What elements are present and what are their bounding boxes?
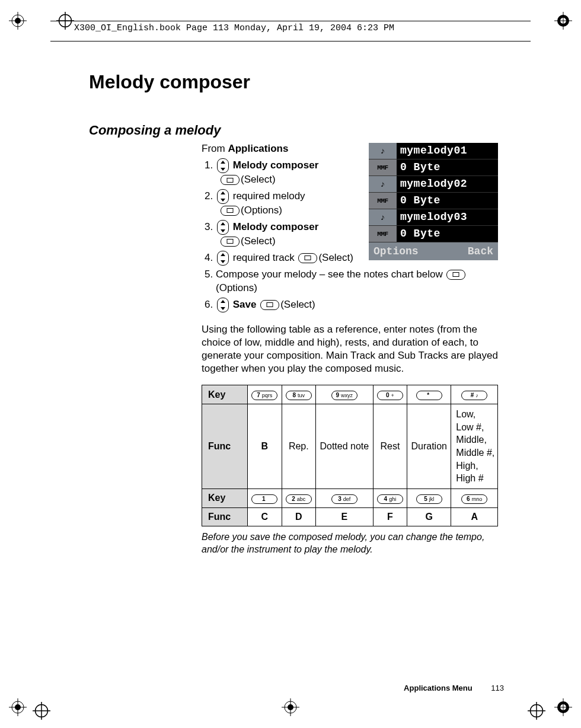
melody-name: mymelody02 — [397, 176, 498, 192]
func-cell: A — [451, 507, 498, 526]
melody-size: 0 Byte — [397, 159, 498, 175]
func-cell: Low,Low #,Middle,Middle #,High,High # — [451, 404, 498, 488]
note-icon: ♪ — [369, 176, 397, 192]
phone-screenshot: ♪ mymelody01 MMF 0 Byte ♪ mymelody02 MMF… — [369, 143, 498, 260]
page-title: Melody composer — [89, 71, 498, 93]
step-text: Melody composer — [233, 221, 319, 232]
melody-name: mymelody03 — [397, 209, 498, 225]
step-text: Compose your melody – see the notes char… — [216, 269, 445, 280]
row-header-key: Key — [202, 488, 248, 507]
softkey-back: Back — [433, 242, 498, 260]
key-cell: 2abc — [282, 488, 316, 507]
note-icon: ♪ — [369, 209, 397, 225]
step-text: required melody — [230, 190, 305, 202]
step-text: required track — [230, 252, 297, 263]
func-cell: Rest — [373, 404, 407, 488]
func-cell: Rep. — [282, 404, 316, 488]
key-cell: 9wxyz — [316, 385, 374, 404]
key-cell: #♪ — [451, 385, 498, 404]
step-5: Compose your melody – see the notes char… — [216, 268, 498, 295]
melody-size: 0 Byte — [397, 193, 498, 209]
crop-mark-icon — [554, 698, 572, 716]
mmf-badge: MMF — [369, 193, 397, 209]
nav-updown-icon — [217, 251, 229, 266]
func-cell: Duration — [407, 404, 451, 488]
mmf-badge: MMF — [369, 159, 397, 175]
step-suffix: (Options) — [216, 282, 257, 293]
key-cell: 4ghi — [373, 488, 407, 507]
step-suffix: (Options) — [241, 205, 282, 216]
softkey-icon — [221, 206, 240, 216]
crop-mark-icon — [282, 698, 299, 716]
key-cell: 7pqrs — [248, 385, 282, 404]
key-cell: 5jkl — [407, 488, 451, 507]
row-header-func: Func — [202, 507, 248, 526]
step-text: Melody composer — [233, 159, 319, 171]
softkey-icon — [446, 270, 465, 280]
note-icon: ♪ — [369, 143, 397, 159]
func-cell: E — [316, 507, 374, 526]
softkey-icon — [221, 175, 240, 185]
page-footer: Applications Menu 113 — [404, 684, 504, 692]
key-cell: 8tuv — [282, 385, 316, 404]
page-number: 113 — [491, 684, 504, 692]
func-cell: G — [407, 507, 451, 526]
step-suffix: (Select) — [318, 252, 353, 263]
nav-updown-icon — [217, 220, 229, 235]
step-text: Save — [233, 299, 257, 310]
reference-paragraph: Using the following table as a reference… — [202, 323, 498, 375]
key-cell: 6mno — [451, 488, 498, 507]
softkey-icon — [298, 253, 317, 263]
step-suffix: (Select) — [280, 299, 315, 310]
nav-updown-icon — [217, 189, 229, 204]
crop-mark-icon — [528, 702, 540, 714]
section-title: Composing a melody — [89, 123, 498, 138]
row-header-func: Func — [202, 404, 248, 488]
step-6: Save (Select) — [216, 298, 498, 312]
softkey-icon — [260, 300, 279, 310]
step-suffix: (Select) — [241, 235, 276, 247]
key-cell: 3def — [316, 488, 374, 507]
func-cell: C — [248, 507, 282, 526]
step-suffix: (Select) — [241, 174, 276, 185]
intro-bold: Applications — [228, 143, 288, 154]
mmf-badge: MMF — [369, 226, 397, 242]
softkey-options: Options — [369, 242, 433, 260]
melody-name: mymelody01 — [397, 143, 498, 159]
func-cell: Dotted note — [316, 404, 374, 488]
row-header-key: Key — [202, 385, 248, 404]
key-cell: * — [407, 385, 451, 404]
intro-prefix: From — [202, 143, 228, 154]
func-cell: B — [248, 404, 282, 488]
crop-mark-icon — [9, 698, 27, 716]
key-function-table: Key 7pqrs 8tuv 9wxyz 0+ * #♪ Func B Rep.… — [202, 385, 498, 526]
nav-updown-icon — [217, 298, 229, 312]
footnote: Before you save the composed melody, you… — [202, 531, 498, 556]
func-cell: D — [282, 507, 316, 526]
key-cell: 1 — [248, 488, 282, 507]
footer-section: Applications Menu — [404, 684, 473, 692]
melody-size: 0 Byte — [397, 226, 498, 242]
crop-mark-icon — [33, 702, 44, 714]
key-cell: 0+ — [373, 385, 407, 404]
softkey-icon — [221, 237, 240, 247]
nav-updown-icon — [217, 158, 229, 173]
func-cell: F — [373, 507, 407, 526]
